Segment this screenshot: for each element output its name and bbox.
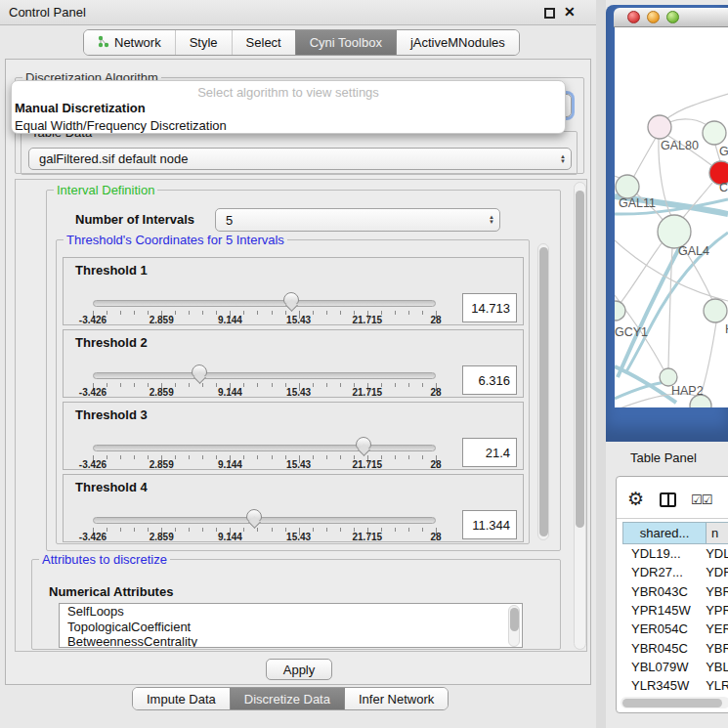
threshold-panel-3: Threshold 3-3.4262.8599.14415.4321.71528… bbox=[63, 402, 524, 470]
threshold-panel-2: Threshold 2-3.4262.8599.14415.4321.71528… bbox=[63, 329, 524, 398]
network-node-h[interactable] bbox=[704, 299, 727, 322]
network-node-label: GA bbox=[719, 145, 728, 158]
threshold-value-field[interactable]: 6.316 bbox=[462, 365, 517, 395]
close-icon[interactable]: ✕ bbox=[564, 4, 576, 20]
number-of-intervals-label: Number of Intervals bbox=[75, 212, 194, 227]
threshold-slider-thumb[interactable] bbox=[192, 364, 207, 378]
algorithm-popup-prompt: Select algorithm to view settings bbox=[12, 81, 565, 100]
table-header: shared...n bbox=[622, 522, 728, 544]
traffic-light-red[interactable] bbox=[627, 11, 640, 23]
tab-style[interactable]: Style bbox=[175, 30, 232, 55]
table-horizontal-scrollbar[interactable] bbox=[621, 697, 728, 708]
threshold-value-field[interactable]: 11.344 bbox=[462, 510, 517, 539]
tab-label: jActiveMNodules bbox=[410, 35, 505, 50]
tab-impute-data[interactable]: Impute Data bbox=[133, 688, 230, 709]
slider-tick-label: 15.43 bbox=[270, 532, 328, 542]
slider-tick-label: 15.43 bbox=[270, 387, 328, 398]
network-node-gal11[interactable] bbox=[616, 175, 639, 198]
table-row[interactable]: YDR27...YDR2 bbox=[622, 563, 728, 581]
number-of-intervals-combobox[interactable]: 5 ▲▼ bbox=[215, 208, 500, 232]
gear-icon[interactable]: ⚙ bbox=[627, 488, 644, 510]
threshold-label: Threshold 2 bbox=[75, 335, 148, 350]
table-row[interactable]: YDL19...YDL1 bbox=[622, 544, 728, 563]
threshold-slider-thumb[interactable] bbox=[283, 292, 299, 306]
slider-tick-label: 28 bbox=[407, 387, 465, 398]
network-node-label: GAL4 bbox=[678, 244, 709, 258]
tab-jactivemnodules[interactable]: jActiveMNodules bbox=[396, 30, 519, 55]
slider-tick-label: -3.426 bbox=[64, 459, 122, 470]
network-node-gal4[interactable] bbox=[658, 215, 691, 248]
slider-tick-label: 2.859 bbox=[132, 532, 191, 542]
tab-select[interactable]: Select bbox=[232, 30, 295, 55]
table-row[interactable]: YLR345WYLR3 bbox=[622, 676, 728, 695]
network-node-label: GAL11 bbox=[619, 196, 656, 210]
table-column-header-2[interactable]: n bbox=[707, 523, 728, 543]
slider-tick-label: 21.715 bbox=[338, 315, 397, 325]
network-canvas[interactable]: GAL80GACGAL11GAL4GCY1HHAP2 bbox=[615, 27, 728, 407]
apply-button[interactable]: Apply bbox=[266, 659, 332, 680]
tab-cyni-toolbox[interactable]: Cyni Toolbox bbox=[295, 30, 396, 55]
network-node-label: GCY1 bbox=[615, 325, 648, 339]
threshold-slider-track[interactable] bbox=[93, 372, 436, 379]
tab-discretize-data[interactable]: Discretize Data bbox=[230, 688, 344, 709]
table-column-header-1[interactable]: shared... bbox=[623, 523, 707, 543]
popup-option-equal-width-frequency-discretization[interactable]: Equal Width/Frequency Discretization bbox=[12, 117, 565, 134]
threshold-label: Threshold 1 bbox=[75, 263, 148, 278]
cyni-toolbox-panel: Discretization Algorithm ▲▼ Select algor… bbox=[5, 59, 591, 685]
table-row[interactable]: YPR145WYPR1 bbox=[622, 601, 728, 620]
screen: Control Panel ✕ NetworkStyleSelectCyni T… bbox=[0, 0, 728, 728]
popup-option-manual-discretization[interactable]: Manual Discretization bbox=[12, 100, 565, 117]
threshold-slider-track[interactable] bbox=[93, 300, 436, 307]
checkbox-icons[interactable]: ☑☑ bbox=[691, 492, 711, 507]
network-node-ga[interactable] bbox=[703, 121, 726, 145]
table-cell: YER0 bbox=[700, 621, 728, 636]
numerical-attributes-list[interactable]: SelfLoopsTopologicalCoefficientBetweenne… bbox=[59, 603, 523, 648]
network-node-label: C bbox=[719, 181, 728, 194]
table-row[interactable]: YER054CYER0 bbox=[622, 620, 728, 638]
algorithm-popup-options: Manual DiscretizationEqual Width/Frequen… bbox=[12, 100, 565, 134]
attribute-item-betweennesscentrality[interactable]: BetweennessCentrality bbox=[60, 634, 522, 648]
tab-network[interactable]: Network bbox=[84, 30, 175, 55]
table-cell: YLR3 bbox=[700, 678, 728, 693]
panel-divider[interactable] bbox=[596, 0, 606, 728]
table-data-combobox[interactable]: galFiltered.sif default node ▲▼ bbox=[28, 148, 572, 170]
threshold-value-field[interactable]: 21.4 bbox=[462, 438, 517, 467]
control-panel-titlebar: Control Panel ✕ bbox=[0, 0, 596, 25]
thresholds-scrollbar[interactable] bbox=[537, 243, 549, 540]
network-node-gcy1[interactable] bbox=[615, 301, 625, 321]
network-view-window: GAL80GACGAL11GAL4GCY1HHAP2 bbox=[606, 5, 728, 442]
bottom-tab-bar: Impute DataDiscretize DataInfer Network bbox=[132, 687, 449, 710]
attribute-item-topologicalcoefficient[interactable]: TopologicalCoefficient bbox=[60, 620, 522, 635]
slider-tick-label: -3.426 bbox=[64, 315, 122, 325]
tab-label: Discretize Data bbox=[244, 692, 330, 707]
split-view-icon[interactable] bbox=[660, 492, 676, 507]
tab-label: Style bbox=[190, 35, 218, 50]
threshold-slider-thumb[interactable] bbox=[356, 437, 371, 450]
tab-label: Network bbox=[114, 35, 161, 50]
network-tab-icon bbox=[98, 35, 109, 51]
threshold-slider-thumb[interactable] bbox=[246, 509, 262, 523]
panel-scrollbar[interactable] bbox=[574, 182, 586, 650]
tab-label: Impute Data bbox=[147, 692, 216, 707]
slider-tick-label: 2.859 bbox=[132, 315, 191, 325]
threshold-value-field[interactable]: 14.713 bbox=[462, 293, 517, 322]
slider-tick-label: 21.715 bbox=[338, 459, 397, 470]
table-row[interactable]: YBR045CYBR0 bbox=[622, 638, 728, 657]
table-row[interactable]: YBL079WYBL0 bbox=[622, 658, 728, 676]
network-window-titlebar[interactable] bbox=[614, 8, 728, 27]
table-cell: YLR345W bbox=[622, 678, 700, 693]
table-row[interactable]: YBR043CYBR0 bbox=[622, 582, 728, 601]
numerical-attributes-label: Numerical Attributes bbox=[49, 584, 173, 599]
float-icon[interactable] bbox=[544, 8, 555, 19]
attribute-item-selfloops[interactable]: SelfLoops bbox=[60, 604, 522, 620]
traffic-light-green[interactable] bbox=[666, 11, 679, 23]
attributes-group-title: Attributes to discretize bbox=[39, 552, 170, 567]
threshold-slider-track[interactable] bbox=[93, 445, 436, 451]
tab-infer-network[interactable]: Infer Network bbox=[344, 688, 448, 709]
slider-tick-label: 9.144 bbox=[200, 459, 259, 470]
traffic-light-yellow[interactable] bbox=[647, 11, 660, 23]
network-node-gal80[interactable] bbox=[648, 115, 671, 139]
attributes-list-scrollbar[interactable] bbox=[508, 605, 520, 647]
slider-tick-label: 15.43 bbox=[270, 459, 328, 470]
threshold-slider-track[interactable] bbox=[93, 517, 436, 524]
